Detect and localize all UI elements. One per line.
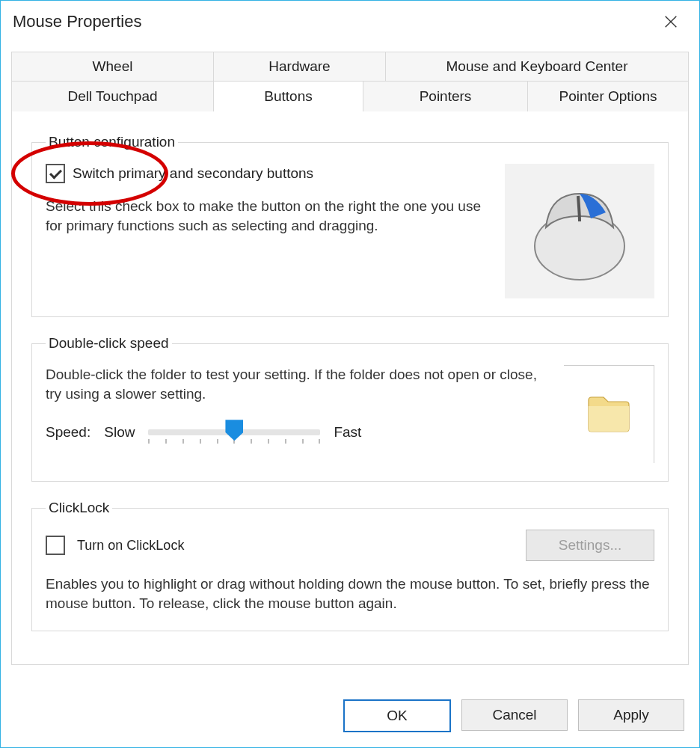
slider-double-click-speed[interactable] <box>148 423 320 442</box>
dialog-body: Wheel Hardware Mouse and Keyboard Center… <box>1 43 699 685</box>
mouse-illustration <box>505 164 654 298</box>
tab-pointers[interactable]: Pointers <box>363 82 528 111</box>
label-fast: Fast <box>334 424 361 441</box>
dialog-footer: OK Cancel Apply <box>1 685 699 747</box>
tab-buttons[interactable]: Buttons <box>214 82 363 111</box>
ok-button[interactable]: OK <box>343 699 451 732</box>
button-clicklock-settings: Settings... <box>526 530 654 561</box>
mouse-icon <box>520 175 639 287</box>
legend-double-click: Double-click speed <box>46 335 172 352</box>
checkbox-switch-primary[interactable] <box>46 164 65 183</box>
desc-clicklock: Enables you to highlight or drag without… <box>46 574 654 613</box>
tab-strip: Wheel Hardware Mouse and Keyboard Center… <box>11 52 689 111</box>
cancel-button[interactable]: Cancel <box>461 699 568 731</box>
folder-icon <box>583 388 635 441</box>
legend-clicklock: ClickLock <box>46 500 112 516</box>
slider-thumb[interactable] <box>225 420 243 441</box>
tab-content-buttons: Button configuration Switch primary and … <box>11 111 689 665</box>
close-icon <box>663 13 679 30</box>
label-switch-primary: Switch primary and secondary buttons <box>73 165 313 183</box>
apply-button[interactable]: Apply <box>578 699 684 731</box>
mouse-properties-window: Mouse Properties Wheel Hardware Mouse an… <box>0 0 700 748</box>
legend-button-configuration: Button configuration <box>46 134 178 150</box>
group-button-configuration: Button configuration Switch primary and … <box>31 134 669 317</box>
desc-switch-primary: Select this check box to make the button… <box>46 197 497 235</box>
titlebar: Mouse Properties <box>1 1 699 43</box>
close-button[interactable] <box>654 5 687 38</box>
tab-dell-touchpad[interactable]: Dell Touchpad <box>12 82 214 111</box>
group-clicklock: ClickLock Turn on ClickLock Settings... … <box>31 500 669 631</box>
group-double-click-speed: Double-click speed Double-click the fold… <box>31 335 669 482</box>
tab-pointer-options[interactable]: Pointer Options <box>528 82 688 111</box>
label-speed: Speed: <box>46 424 90 441</box>
label-clicklock: Turn on ClickLock <box>77 538 184 554</box>
double-click-test-folder[interactable] <box>564 365 654 463</box>
checkbox-clicklock[interactable] <box>46 536 65 555</box>
tab-wheel[interactable]: Wheel <box>12 52 214 81</box>
label-slow: Slow <box>104 424 135 441</box>
tab-mouse-keyboard-center[interactable]: Mouse and Keyboard Center <box>386 52 688 81</box>
tab-hardware[interactable]: Hardware <box>214 52 386 81</box>
window-title: Mouse Properties <box>13 12 654 31</box>
desc-double-click: Double-click the folder to test your set… <box>46 365 549 403</box>
